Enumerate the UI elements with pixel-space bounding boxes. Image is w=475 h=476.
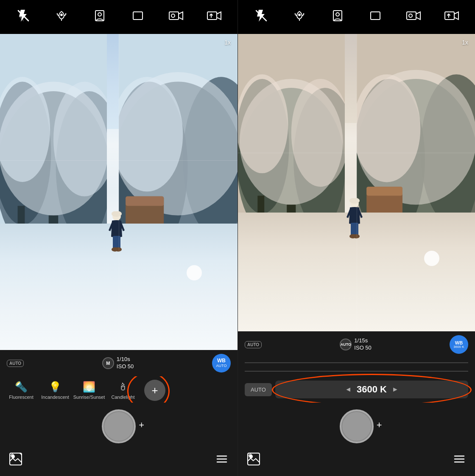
svg-rect-45: [371, 12, 380, 20]
svg-rect-25: [126, 196, 164, 206]
svg-point-2: [61, 14, 62, 16]
right-camera-flip-icon[interactable]: [442, 9, 461, 25]
right-person-silhouette: [344, 198, 365, 242]
slider-row-2: [238, 367, 475, 375]
slider-row-1: [238, 358, 475, 367]
video-filter-icon[interactable]: [167, 9, 185, 25]
left-shutter-area: +: [0, 403, 238, 448]
right-mode-badge: AUTO 1/15s ISO 50: [340, 337, 371, 352]
person-silhouette: [106, 211, 127, 255]
right-toolbar: [238, 0, 475, 34]
temp-right-arrow[interactable]: ►: [392, 386, 399, 393]
aspect-ratio-icon[interactable]: [129, 9, 147, 25]
incandescent-icon: 💡: [49, 381, 61, 393]
left-panel: 1x AUTO M 1/10s ISO 50 WB AUTO: [0, 0, 238, 476]
right-auto-badge: AUTO: [245, 341, 262, 348]
right-video-filter-icon[interactable]: [404, 9, 423, 25]
temperature-control[interactable]: ◄ 3600 K ►: [275, 381, 468, 398]
right-macro-icon[interactable]: [290, 9, 309, 25]
candlelight-icon: 🕯: [118, 381, 128, 393]
svg-rect-48: [445, 12, 454, 20]
slider-track-1[interactable]: [245, 362, 468, 363]
right-camera-info-bar: AUTO AUTO 1/15s ISO 50 WB 3600 K: [238, 331, 475, 358]
right-shutter-plus[interactable]: +: [377, 420, 382, 431]
svg-point-7: [171, 14, 175, 17]
zoom-indicator-right: 1x: [462, 39, 468, 46]
svg-point-4: [98, 13, 101, 16]
left-mode-circle[interactable]: M: [102, 357, 114, 369]
candlelight-label: Candlelight: [111, 395, 134, 400]
right-mode-circle[interactable]: AUTO: [340, 339, 352, 350]
left-menu-icon[interactable]: [215, 452, 229, 469]
left-mode-badge: M 1/10s ISO 50: [102, 356, 134, 370]
left-wb-presets-row: 🔦 Fluorescent 💡 Incandescent 🌅 Sunrise/S…: [0, 376, 238, 403]
focus-dot-right: [424, 251, 439, 266]
wb-preset-candlelight[interactable]: 🕯 Candlelight: [106, 381, 140, 400]
svg-rect-6: [169, 12, 179, 20]
left-gallery-icon[interactable]: [8, 452, 23, 469]
svg-point-54: [238, 74, 288, 173]
right-sliders-area: [238, 358, 475, 376]
right-shutter-area: +: [238, 403, 475, 448]
flash-off-icon[interactable]: [14, 9, 33, 25]
left-bottom-controls: AUTO M 1/10s ISO 50 WB AUTO 🔦 Fluorescen…: [0, 350, 238, 476]
auto-wb-button[interactable]: AUTO: [245, 383, 272, 396]
left-viewfinder[interactable]: 1x: [0, 34, 238, 350]
right-bottom-controls: AUTO AUTO 1/15s ISO 50 WB 3600 K: [238, 331, 475, 476]
left-mode-info: 1/10s ISO 50: [117, 356, 134, 370]
temp-left-arrow[interactable]: ◄: [345, 386, 352, 393]
right-menu-icon[interactable]: [452, 452, 467, 469]
add-wb-preset-button[interactable]: +: [144, 380, 165, 401]
right-shutter-button[interactable]: [340, 409, 374, 443]
macro-icon[interactable]: [52, 9, 71, 25]
svg-rect-46: [407, 12, 416, 20]
fluorescent-label: Fluorescent: [9, 395, 33, 400]
svg-point-42: [299, 14, 300, 16]
right-viewfinder[interactable]: 1x: [238, 34, 475, 331]
left-camera-info-bar: AUTO M 1/10s ISO 50 WB AUTO: [0, 350, 238, 376]
right-bottom-bar: [238, 448, 475, 476]
left-shutter-plus[interactable]: +: [139, 420, 144, 431]
plus-btn-container: +: [140, 380, 165, 401]
left-auto-badge: AUTO: [7, 360, 24, 367]
svg-point-44: [336, 13, 339, 16]
fluorescent-icon: 🔦: [15, 381, 28, 393]
sunrise-label: Sunrise/Sunset: [73, 395, 105, 400]
temperature-value: 3600 K: [357, 384, 387, 395]
focus-dot-left: [187, 265, 202, 280]
slider-track-2[interactable]: [245, 371, 468, 372]
left-toolbar: [0, 0, 238, 34]
incandescent-label: Incandescent: [41, 395, 69, 400]
svg-point-31: [115, 247, 122, 252]
svg-rect-5: [133, 12, 142, 20]
sunrise-icon: 🌅: [83, 381, 95, 393]
portrait-icon[interactable]: [90, 9, 109, 25]
svg-rect-65: [366, 187, 402, 196]
svg-rect-69: [353, 223, 358, 235]
camera-flip-icon[interactable]: [205, 9, 224, 25]
right-panel: 1x AUTO AUTO 1/15s ISO 50 WB 3600 K: [238, 0, 475, 476]
svg-point-47: [409, 14, 412, 17]
right-wb-badge[interactable]: WB 3600 K: [450, 335, 468, 354]
right-aspect-ratio-icon[interactable]: [366, 9, 385, 25]
left-bottom-bar: [0, 448, 238, 476]
wb-preset-sunrise[interactable]: 🌅 Sunrise/Sunset: [72, 381, 106, 400]
right-mode-info: 1/15s ISO 50: [354, 337, 371, 352]
right-gallery-icon[interactable]: [246, 452, 261, 469]
wb-preset-incandescent[interactable]: 💡 Incandescent: [38, 381, 72, 400]
svg-rect-29: [115, 236, 120, 249]
zoom-indicator-left: 1x: [224, 39, 231, 46]
right-wb-temp-row: AUTO ◄ 3600 K ►: [238, 376, 475, 403]
left-wb-badge[interactable]: WB AUTO: [212, 354, 231, 372]
right-flash-off-icon[interactable]: [252, 9, 271, 25]
svg-rect-8: [207, 12, 217, 20]
svg-point-71: [353, 234, 360, 238]
right-portrait-icon[interactable]: [328, 9, 347, 25]
left-shutter-button[interactable]: [102, 409, 136, 443]
wb-preset-fluorescent[interactable]: 🔦 Fluorescent: [4, 381, 38, 400]
